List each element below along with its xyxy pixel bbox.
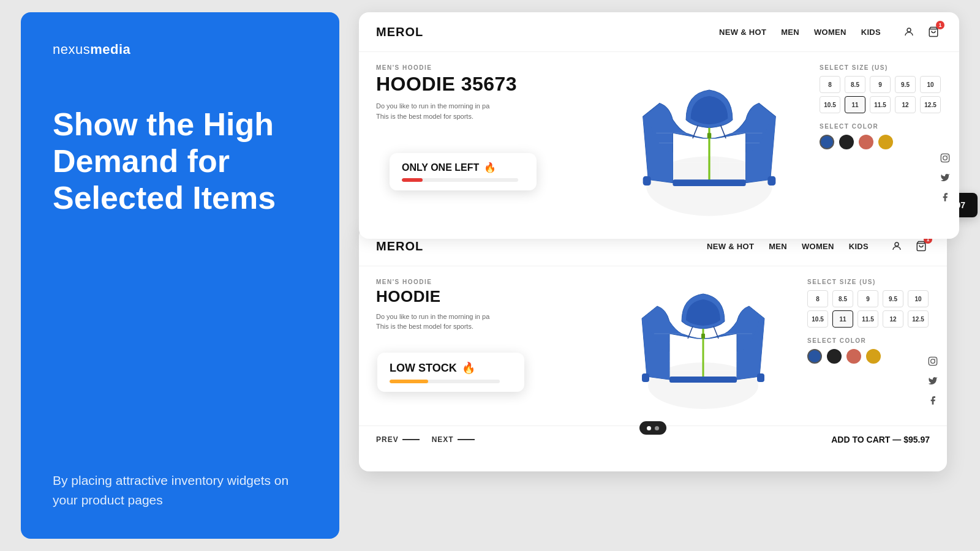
bot-color-swatch-gold[interactable] bbox=[866, 349, 881, 364]
svg-point-0 bbox=[907, 28, 911, 32]
fire-emoji: 🔥 bbox=[484, 162, 496, 173]
bottom-color-swatches bbox=[807, 349, 930, 364]
bottom-product-desc: Do you like to run in the morning in pa … bbox=[376, 312, 499, 332]
bot-size-12-5[interactable]: 12.5 bbox=[908, 310, 929, 328]
bot-fire-emoji: 🔥 bbox=[462, 361, 475, 375]
bot-nav-new-hot[interactable]: NEW & HOT bbox=[707, 242, 754, 251]
top-product-category: MEN'S HOODIE bbox=[376, 64, 605, 71]
svg-rect-37 bbox=[701, 334, 705, 339]
size-8[interactable]: 8 bbox=[820, 76, 840, 93]
top-social-icons bbox=[938, 151, 952, 204]
svg-rect-16 bbox=[643, 176, 651, 186]
logo-prefix: nexus bbox=[53, 42, 90, 57]
nav-men[interactable]: MEN bbox=[781, 28, 799, 37]
top-product-name: HOODIE 35673 bbox=[376, 73, 605, 95]
nav-kids[interactable]: KIDS bbox=[861, 28, 881, 37]
svg-rect-43 bbox=[929, 357, 937, 365]
prev-button[interactable]: PREV bbox=[376, 435, 420, 444]
right-panel: MEROL NEW & HOT MEN WOMEN KIDS 1 M bbox=[359, 12, 959, 539]
nav-women[interactable]: WOMEN bbox=[814, 28, 846, 37]
twitter-icon[interactable] bbox=[938, 171, 952, 184]
size-10-5[interactable]: 10.5 bbox=[820, 96, 840, 113]
only-one-label: ONLY ONE LEFT 🔥 bbox=[402, 162, 524, 173]
bot-instagram-icon[interactable] bbox=[926, 354, 940, 368]
size-11[interactable]: 11 bbox=[845, 96, 865, 113]
bot-size-11-5[interactable]: 11.5 bbox=[858, 310, 878, 328]
bottom-social-icons bbox=[926, 354, 940, 407]
bot-account-icon[interactable] bbox=[888, 238, 905, 255]
bot-color-swatch-red[interactable] bbox=[846, 349, 861, 364]
bot-color-swatch-blue[interactable] bbox=[807, 349, 822, 364]
top-product-image bbox=[617, 64, 801, 228]
bot-nav-women[interactable]: WOMEN bbox=[802, 242, 834, 251]
top-product-info: MEN'S HOODIE HOODIE 35673 Do you like to… bbox=[376, 64, 605, 228]
svg-rect-18 bbox=[673, 179, 745, 186]
bottom-nav-links: NEW & HOT MEN WOMEN KIDS bbox=[707, 242, 869, 251]
account-icon[interactable] bbox=[900, 23, 918, 40]
top-color-swatches bbox=[820, 135, 942, 149]
bottom-product-area: MEN'S HOODIE HOODIE Do you like to run i… bbox=[359, 266, 947, 425]
bot-nav-men[interactable]: MEN bbox=[769, 242, 787, 251]
svg-rect-15 bbox=[707, 133, 712, 138]
low-stock-widget: LOW STOCK 🔥 bbox=[377, 353, 524, 392]
bot-size-9-5[interactable]: 9.5 bbox=[883, 290, 903, 307]
bottom-color-label: SELECT COLOR bbox=[807, 337, 930, 344]
nav-new-hot[interactable]: NEW & HOT bbox=[719, 28, 766, 37]
svg-point-45 bbox=[935, 359, 935, 359]
svg-rect-21 bbox=[941, 154, 949, 162]
bot-size-10-5[interactable]: 10.5 bbox=[807, 310, 828, 328]
svg-rect-38 bbox=[642, 373, 649, 382]
bot-size-8-5[interactable]: 8.5 bbox=[832, 290, 853, 307]
size-9[interactable]: 9 bbox=[870, 76, 891, 93]
dots-navigation bbox=[639, 421, 666, 435]
top-size-grid: 8 8.5 9 9.5 10 10.5 11 11.5 12 12.5 bbox=[820, 76, 942, 113]
bot-size-8[interactable]: 8 bbox=[807, 290, 828, 307]
size-8-5[interactable]: 8.5 bbox=[845, 76, 865, 93]
bottom-card: MEROL NEW & HOT MEN WOMEN KIDS 1 M bbox=[359, 227, 947, 471]
color-swatch-black[interactable] bbox=[839, 135, 854, 149]
bot-facebook-icon[interactable] bbox=[926, 394, 940, 407]
next-button[interactable]: NEXT bbox=[432, 435, 475, 444]
cart-icon[interactable]: 1 bbox=[925, 23, 942, 40]
bot-size-10[interactable]: 10 bbox=[908, 290, 929, 307]
add-to-cart-footer-button[interactable]: ADD TO CART — $95.97 bbox=[831, 435, 930, 444]
color-swatch-blue[interactable] bbox=[820, 135, 834, 149]
dot-1[interactable] bbox=[647, 426, 651, 430]
svg-point-44 bbox=[931, 359, 935, 364]
bottom-size-color: SELECT SIZE (US) 8 8.5 9 9.5 10 10.5 11 … bbox=[801, 279, 930, 413]
size-9-5[interactable]: 9.5 bbox=[895, 76, 916, 93]
top-size-color: SELECT SIZE (US) 8 8.5 9 9.5 10 10.5 11 … bbox=[813, 64, 942, 228]
top-nav-icons: 1 bbox=[900, 23, 942, 40]
size-12-5[interactable]: 12.5 bbox=[920, 96, 941, 113]
cart-badge: 1 bbox=[936, 21, 944, 29]
next-arrow bbox=[458, 439, 475, 440]
top-product-desc: Do you like to run in the morning in pa … bbox=[376, 101, 499, 121]
main-heading: Show the High Demand for Selected Items bbox=[53, 107, 307, 216]
instagram-icon[interactable] bbox=[938, 151, 952, 165]
svg-rect-39 bbox=[757, 373, 764, 382]
bot-color-swatch-black[interactable] bbox=[827, 349, 842, 364]
bottom-size-label: SELECT SIZE (US) bbox=[807, 279, 930, 285]
bot-size-11[interactable]: 11 bbox=[832, 310, 853, 328]
top-color-label: SELECT COLOR bbox=[820, 123, 942, 130]
dot-2[interactable] bbox=[655, 426, 659, 430]
bot-size-9[interactable]: 9 bbox=[858, 290, 878, 307]
color-swatch-red[interactable] bbox=[859, 135, 873, 149]
sub-text: By placing attractive inventory widgets … bbox=[53, 471, 307, 509]
size-12[interactable]: 12 bbox=[895, 96, 916, 113]
logo-bold: media bbox=[90, 42, 130, 57]
svg-point-24 bbox=[895, 242, 899, 246]
bot-cart-icon[interactable]: 1 bbox=[913, 238, 930, 255]
bot-twitter-icon[interactable] bbox=[926, 374, 940, 388]
top-product-area: MEN'S HOODIE HOODIE 35673 Do you like to… bbox=[359, 52, 959, 239]
color-swatch-gold[interactable] bbox=[878, 135, 893, 149]
prev-arrow bbox=[402, 439, 420, 440]
left-panel: nexusmedia Show the High Demand for Sele… bbox=[21, 12, 339, 539]
facebook-icon[interactable] bbox=[938, 190, 952, 204]
size-11-5[interactable]: 11.5 bbox=[870, 96, 891, 113]
top-nav-links: NEW & HOT MEN WOMEN KIDS bbox=[719, 28, 881, 37]
size-10[interactable]: 10 bbox=[920, 76, 941, 93]
prev-next-nav: PREV NEXT bbox=[376, 435, 475, 444]
bot-size-12[interactable]: 12 bbox=[883, 310, 903, 328]
bot-nav-kids[interactable]: KIDS bbox=[849, 242, 869, 251]
